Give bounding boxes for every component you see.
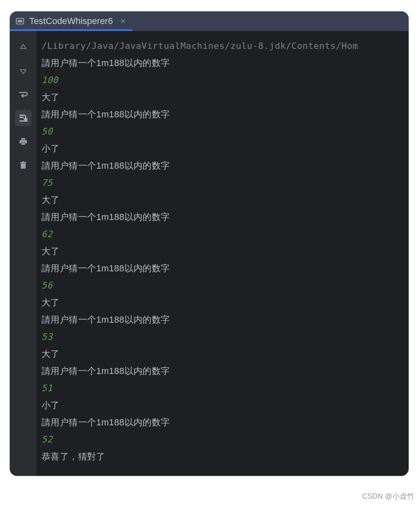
close-icon[interactable]: × — [120, 17, 125, 26]
svg-rect-5 — [21, 163, 26, 169]
program-output-line: 小了 — [42, 397, 409, 414]
run-config-icon — [15, 17, 24, 26]
user-input-line: 50 — [42, 123, 409, 140]
program-output-line: 大了 — [42, 345, 409, 363]
ide-window: TestCodeWhisperer6 × — [10, 11, 409, 476]
user-input-line: 53 — [42, 328, 409, 345]
program-output-line: 請用户猜一个1m188以内的数字 — [42, 157, 409, 174]
print-icon[interactable] — [15, 134, 31, 150]
jdk-path-line: /Library/Java/JavaVirtualMachines/zulu-8… — [42, 37, 409, 55]
program-output-line: 大了 — [42, 243, 409, 260]
program-output-line: 請用户猜一个1m188以内的数字 — [42, 414, 409, 431]
tab-bar: TestCodeWhisperer6 × — [10, 11, 409, 31]
user-input-line: 52 — [42, 431, 409, 448]
console-output[interactable]: /Library/Java/JavaVirtualMachines/zulu-8… — [37, 31, 409, 476]
user-input-line: 62 — [42, 226, 409, 243]
user-input-line: 56 — [42, 277, 409, 294]
program-output-line: 請用户猜一个1m188以内的数字 — [42, 209, 409, 226]
svg-rect-6 — [20, 162, 26, 163]
program-output-line: 大了 — [42, 89, 409, 106]
tab-label: TestCodeWhisperer6 — [29, 16, 113, 26]
program-output-line: 請用户猜一个1m188以内的数字 — [42, 363, 409, 380]
up-stack-icon[interactable] — [15, 39, 31, 55]
svg-rect-7 — [22, 161, 24, 162]
program-output-line: 請用户猜一个1m188以内的数字 — [42, 106, 409, 123]
program-output-line: 請用户猜一个1m188以内的数字 — [42, 311, 409, 328]
svg-rect-2 — [21, 138, 25, 140]
user-input-line: 75 — [42, 174, 409, 191]
down-stack-icon[interactable] — [15, 63, 31, 79]
program-output-line: 恭喜了，猜對了 — [42, 448, 409, 465]
soft-wrap-icon[interactable] — [15, 86, 31, 103]
content-row: /Library/Java/JavaVirtualMachines/zulu-8… — [10, 31, 409, 476]
program-output-line: 請用户猜一个1m188以内的数字 — [42, 260, 409, 277]
program-output-line: 小了 — [42, 140, 409, 157]
program-output-line: 大了 — [42, 294, 409, 311]
svg-rect-1 — [18, 20, 22, 22]
program-output-line: 大了 — [42, 191, 409, 209]
scroll-to-end-icon[interactable] — [15, 110, 31, 126]
trash-icon[interactable] — [15, 157, 31, 174]
svg-rect-4 — [21, 143, 25, 145]
watermark-text: CSDN @小虚竹 — [362, 491, 414, 501]
user-input-line: 100 — [42, 72, 409, 89]
user-input-line: 51 — [42, 380, 409, 397]
gutter-toolbar — [10, 31, 37, 476]
tab-run-config[interactable]: TestCodeWhisperer6 × — [10, 11, 133, 31]
program-output-line: 請用户猜一个1m188以内的数字 — [42, 55, 409, 72]
